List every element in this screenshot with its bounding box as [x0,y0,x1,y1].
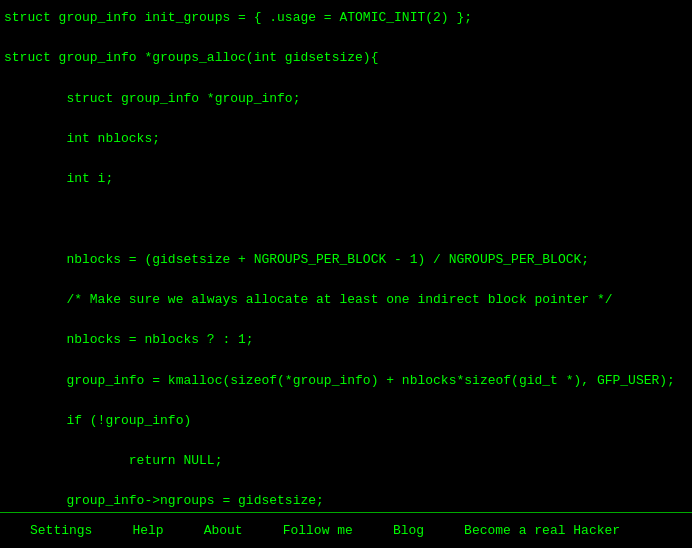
code-line: return NULL; [4,451,688,471]
code-line: int nblocks; [4,129,688,149]
code-line: /* Make sure we always allocate at least… [4,290,688,310]
code-line [4,149,688,169]
code-line: group_info = kmalloc(sizeof(*group_info)… [4,371,688,391]
code-line: struct group_info *groups_alloc(int gids… [4,48,688,68]
code-line: group_info->ngroups = gidsetsize; [4,491,688,511]
code-line [4,471,688,491]
footer-item-settings[interactable]: Settings [10,523,112,538]
code-line [4,230,688,250]
footer-item-follow[interactable]: Follow me [263,523,373,538]
code-line [4,270,688,290]
code-line [4,391,688,411]
footer-nav: SettingsHelpAboutFollow meBlogBecome a r… [0,512,692,548]
code-line [4,68,688,88]
code-line: nblocks = nblocks ? : 1; [4,330,688,350]
code-line [4,109,688,129]
footer-item-become-hacker[interactable]: Become a real Hacker [444,523,640,538]
code-line: if (!group_info) [4,411,688,431]
code-display: struct group_info init_groups = { .usage… [0,0,692,512]
code-line [4,431,688,451]
code-line: struct group_info *group_info; [4,89,688,109]
footer-item-blog[interactable]: Blog [373,523,444,538]
code-line: struct group_info init_groups = { .usage… [4,8,688,28]
code-line [4,209,688,229]
code-line [4,28,688,48]
code-line: nblocks = (gidsetsize + NGROUPS_PER_BLOC… [4,250,688,270]
footer-item-about[interactable]: About [184,523,263,538]
code-line [4,310,688,330]
code-line [4,350,688,370]
footer-item-help[interactable]: Help [112,523,183,538]
code-line [4,189,688,209]
code-line: int i; [4,169,688,189]
